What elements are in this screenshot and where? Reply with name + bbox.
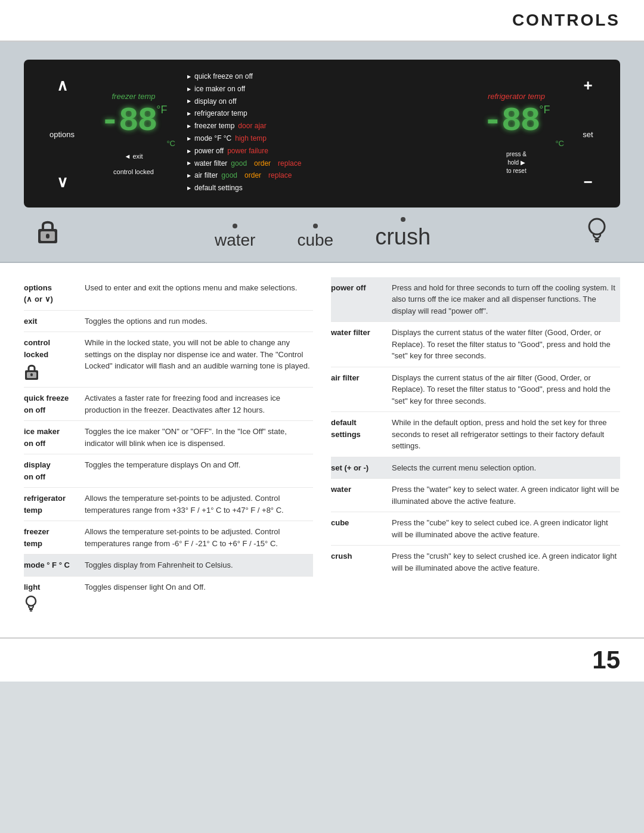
def-term-crush: crush xyxy=(331,550,385,562)
def-term-fridge-temp: refrigeratortemp xyxy=(24,493,78,516)
def-term-air-filter: air filter xyxy=(331,372,385,384)
menu-item-poweroff: power off power failure xyxy=(187,146,457,156)
def-quick-freeze: quick freezeon off Activates a faster ra… xyxy=(24,388,313,421)
freezer-display: freezer temp -88 °F °C ◄ exit control lo… xyxy=(86,72,181,196)
def-desc-mode: Toggles display from Fahrenheit to Celsi… xyxy=(85,559,233,571)
light-icon xyxy=(586,217,608,250)
dispenser-bar: water cube crush xyxy=(24,217,620,250)
menu-item-quickfreeze: quick freeze on off xyxy=(187,72,457,82)
definitions-left-col: options(∧ or ∨) Used to enter and exit t… xyxy=(24,277,313,620)
def-water: water Press the "water" key to select wa… xyxy=(331,479,620,512)
options-label: options xyxy=(49,128,75,139)
def-air-filter: air filter Displays the current status o… xyxy=(331,367,620,413)
def-desc-set: Selects the current menu selection optio… xyxy=(392,462,536,474)
def-default-settings: defaultsettings While in the default opt… xyxy=(331,412,620,457)
svg-rect-8 xyxy=(30,373,33,376)
fridge-display: refrigerator temp -88 °F °C press &hold … xyxy=(463,72,570,196)
control-locked-label: control locked xyxy=(113,168,154,175)
def-power-off: power off Press and hold for three secon… xyxy=(331,277,620,323)
menu-item-freezertemp: freezer temp door ajar xyxy=(187,121,457,131)
def-exit: exit Toggles the options and run modes. xyxy=(24,311,313,333)
def-desc-exit: Toggles the options and run modes. xyxy=(85,315,208,327)
fridge-unit-f: °F xyxy=(539,104,550,115)
fridge-temp-digits: -88 xyxy=(482,104,539,138)
def-mode: mode ° F ° C Toggles display from Fahren… xyxy=(24,555,313,577)
def-light: light Toggles dispenser light On and Off… xyxy=(24,577,313,620)
menu-item-mode: mode °F °C high temp xyxy=(187,134,457,144)
definitions-right-col: power off Press and hold for three secon… xyxy=(331,277,620,620)
def-desc-freezer-temp: Allows the temperature set-points to be … xyxy=(85,526,313,549)
page-number: 15 xyxy=(592,646,620,674)
def-term-freezer-temp: freezertemp xyxy=(24,526,78,549)
def-term-ice-maker: ice makeron off xyxy=(24,426,78,449)
def-desc-fridge-temp: Allows the temperature set-points to be … xyxy=(85,493,313,516)
menu-item-waterfilter: water filter good order replace xyxy=(187,159,457,169)
def-term-set: set (+ or -) xyxy=(331,462,385,474)
header: CONTROLS xyxy=(0,0,644,42)
svg-rect-2 xyxy=(46,234,49,239)
def-freezer-temp: freezertemp Allows the temperature set-p… xyxy=(24,521,313,555)
up-arrow-btn[interactable]: ∧ xyxy=(57,78,68,93)
options-menu: quick freeze on off ice maker on off dis… xyxy=(181,72,463,196)
svg-point-9 xyxy=(26,596,36,606)
cube-indicator xyxy=(313,224,318,228)
lock-icon-small xyxy=(24,363,78,382)
freezer-label: freezer temp xyxy=(112,92,156,101)
def-control-locked: controllocked While in the locked state,… xyxy=(24,332,313,388)
def-desc-air-filter: Displays the current status of the air f… xyxy=(392,372,620,407)
def-cube: cube Press the "cube" key to select cube… xyxy=(331,512,620,546)
light-icon-small xyxy=(24,595,78,615)
cube-btn[interactable]: cube xyxy=(297,224,333,250)
minus-btn[interactable]: − xyxy=(583,174,592,190)
def-term-display: displayon off xyxy=(24,459,78,482)
definitions-section: options(∧ or ∨) Used to enter and exit t… xyxy=(0,263,644,638)
def-term-light: light xyxy=(24,581,78,593)
def-desc-crush: Press the "crush" key to select crushed … xyxy=(392,550,620,574)
panel-section: ∧ options ∨ freezer temp -88 °F °C ◄ exi… xyxy=(0,42,644,263)
water-btn[interactable]: water xyxy=(215,224,255,250)
def-ice-maker: ice makeron off Toggles the ice maker "O… xyxy=(24,421,313,454)
definitions-table: options(∧ or ∨) Used to enter and exit t… xyxy=(24,277,620,620)
crush-label: crush xyxy=(375,224,431,250)
def-desc-display: Toggles the temperature displays On and … xyxy=(85,459,240,471)
control-panel: ∧ options ∨ freezer temp -88 °F °C ◄ exi… xyxy=(24,60,620,208)
def-term-options: options(∧ or ∨) xyxy=(24,282,78,305)
water-label: water xyxy=(215,231,255,250)
lock-icon xyxy=(36,217,60,250)
menu-item-airfilter: air filter good order replace xyxy=(187,171,457,181)
menu-item-defaults: default settings xyxy=(187,183,457,193)
def-term-water-filter: water filter xyxy=(331,327,385,339)
def-term-control-locked: controllocked xyxy=(24,337,78,360)
exit-label: ◄ exit xyxy=(124,153,143,160)
press-hold-label: press &hold ▶to reset xyxy=(506,150,527,175)
right-controls: + set − xyxy=(570,72,606,196)
freezer-unit-c: °C xyxy=(166,139,175,148)
def-crush: crush Press the "crush" key to select cr… xyxy=(331,546,620,578)
footer: 15 xyxy=(0,637,644,682)
dispenser-buttons: water cube crush xyxy=(215,217,431,250)
def-options: options(∧ or ∨) Used to enter and exit t… xyxy=(24,277,313,311)
def-desc-control-locked: While in the locked state, you will not … xyxy=(85,337,313,372)
set-label: set xyxy=(583,128,593,139)
def-desc-default-settings: While in the default option, press and h… xyxy=(392,417,620,452)
def-water-filter: water filter Displays the current status… xyxy=(331,322,620,367)
def-term-mode: mode ° F ° C xyxy=(24,559,78,571)
def-desc-water: Press the "water" key to select water. A… xyxy=(392,484,620,507)
def-term-quick-freeze: quick freezeon off xyxy=(24,392,78,416)
freezer-temp-digits: -88 xyxy=(100,104,156,138)
def-desc-power-off: Press and hold for three seconds to turn… xyxy=(392,282,620,317)
svg-point-3 xyxy=(589,219,605,234)
down-arrow-btn[interactable]: ∨ xyxy=(57,174,68,190)
menu-item-icemaker: ice maker on off xyxy=(187,84,457,94)
menu-item-display: display on off xyxy=(187,97,457,107)
plus-btn[interactable]: + xyxy=(583,78,592,93)
left-controls: ∧ options ∨ xyxy=(38,72,86,196)
def-term-cube: cube xyxy=(331,517,385,529)
page-title: CONTROLS xyxy=(24,11,620,30)
def-desc-light: Toggles dispenser light On and Off. xyxy=(85,581,206,593)
crush-btn[interactable]: crush xyxy=(375,217,431,250)
freezer-unit-f: °F xyxy=(156,104,167,115)
def-term-power-off: power off xyxy=(331,282,385,294)
def-term-exit: exit xyxy=(24,315,78,327)
fridge-unit-c: °C xyxy=(555,139,564,148)
